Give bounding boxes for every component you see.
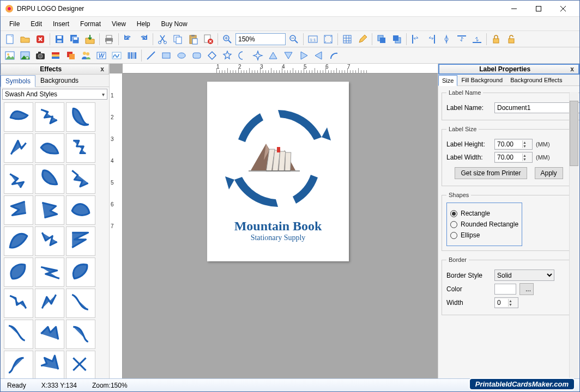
symbol-item[interactable] bbox=[66, 102, 95, 132]
menu-format[interactable]: Format bbox=[75, 18, 106, 30]
save-button[interactable] bbox=[52, 32, 67, 46]
insert-picture-button[interactable] bbox=[18, 48, 32, 63]
arc-tool-button[interactable] bbox=[327, 48, 341, 63]
tab-size[interactable]: Size bbox=[438, 75, 457, 86]
redo-button[interactable] bbox=[136, 32, 150, 46]
menu-buy-now[interactable]: Buy Now bbox=[156, 18, 193, 30]
grid-button[interactable] bbox=[340, 32, 354, 46]
line-tool-button[interactable] bbox=[144, 48, 158, 63]
zoom-in-button[interactable] bbox=[220, 32, 234, 46]
symbol-item[interactable] bbox=[66, 320, 95, 349]
edit-tool-button[interactable] bbox=[355, 32, 370, 46]
symbol-item[interactable] bbox=[66, 351, 95, 378]
align-left-button[interactable] bbox=[409, 32, 423, 46]
diamond-tool-button[interactable] bbox=[205, 48, 219, 63]
border-width-input[interactable]: ▲▼ bbox=[494, 297, 518, 308]
print-button[interactable] bbox=[102, 32, 116, 46]
menu-view[interactable]: View bbox=[106, 18, 131, 30]
symbol-item[interactable] bbox=[66, 289, 95, 318]
symbol-item[interactable] bbox=[4, 164, 33, 194]
symbol-item[interactable] bbox=[4, 289, 33, 318]
actual-size-button[interactable]: 1:1 bbox=[306, 32, 320, 46]
symbol-item[interactable] bbox=[35, 195, 64, 225]
symbol-item[interactable] bbox=[35, 102, 64, 132]
symbol-item[interactable] bbox=[66, 164, 95, 194]
symbol-item[interactable] bbox=[4, 195, 33, 225]
shape-rounded-rect-radio[interactable]: Rounded Rectangle bbox=[450, 220, 518, 228]
properties-close-icon[interactable]: x bbox=[568, 65, 576, 73]
symbol-item[interactable] bbox=[35, 133, 64, 163]
menu-help[interactable]: Help bbox=[131, 18, 156, 30]
symbol-item[interactable] bbox=[4, 320, 33, 349]
symbol-item[interactable] bbox=[66, 195, 95, 225]
symbol-item[interactable] bbox=[35, 164, 64, 194]
label-name-input[interactable] bbox=[494, 102, 579, 113]
effects-close-icon[interactable]: x bbox=[98, 65, 106, 73]
align-top-button[interactable] bbox=[455, 32, 469, 46]
zoom-out-button[interactable] bbox=[287, 32, 301, 46]
symbol-category-select[interactable]: Swash And Styles ▾ bbox=[2, 89, 107, 100]
menu-file[interactable]: File bbox=[4, 18, 25, 30]
tab-fill-background[interactable]: Fill Background bbox=[457, 75, 506, 85]
triangle-right-tool-button[interactable] bbox=[297, 48, 311, 63]
align-right-button[interactable] bbox=[424, 32, 438, 46]
cut-button[interactable] bbox=[155, 32, 170, 46]
fit-window-button[interactable] bbox=[321, 32, 335, 46]
label-width-input[interactable]: ▲▼ bbox=[494, 152, 533, 163]
symbol-item[interactable] bbox=[4, 351, 33, 378]
ellipse-tool-button[interactable] bbox=[174, 48, 189, 63]
color-palette-button[interactable] bbox=[49, 48, 63, 63]
barcode-button[interactable] bbox=[125, 48, 139, 63]
symbol-item[interactable] bbox=[4, 133, 33, 163]
delete-button[interactable] bbox=[33, 32, 47, 46]
symbol-item[interactable] bbox=[35, 320, 64, 349]
triangle-left-tool-button[interactable] bbox=[312, 48, 326, 63]
rounded-rect-tool-button[interactable] bbox=[190, 48, 204, 63]
star-tool-button[interactable] bbox=[220, 48, 234, 63]
design-page[interactable]: Mountain Book Stationary Supply bbox=[207, 82, 349, 261]
border-color-picker-button[interactable]: ... bbox=[519, 283, 534, 295]
get-size-button[interactable]: Get size from Printer bbox=[455, 167, 527, 179]
rectangle-tool-button[interactable] bbox=[159, 48, 173, 63]
word-art-button[interactable]: W bbox=[94, 48, 108, 63]
triangle-up-tool-button[interactable] bbox=[266, 48, 280, 63]
bring-front-button[interactable] bbox=[374, 32, 389, 46]
shape-rectangle-radio[interactable]: Rectangle bbox=[450, 210, 518, 217]
menu-edit[interactable]: Edit bbox=[25, 18, 47, 30]
shape-ellipse-radio[interactable]: Ellipse bbox=[450, 231, 518, 239]
canvas-stage[interactable]: Mountain Book Stationary Supply bbox=[123, 74, 438, 378]
align-center-button[interactable] bbox=[439, 32, 454, 46]
symbol-item[interactable] bbox=[4, 102, 33, 132]
tab-background-effects[interactable]: Background Effects bbox=[506, 75, 566, 85]
copy-button[interactable] bbox=[171, 32, 185, 46]
border-color-swatch[interactable] bbox=[494, 284, 516, 295]
send-back-button[interactable] bbox=[390, 32, 404, 46]
symbol-item[interactable] bbox=[66, 133, 95, 163]
open-button[interactable] bbox=[18, 32, 32, 46]
remove-button[interactable] bbox=[201, 32, 215, 46]
label-height-input[interactable]: ▲▼ bbox=[494, 139, 533, 150]
lock-button[interactable] bbox=[489, 32, 503, 46]
save-as-button[interactable] bbox=[68, 32, 82, 46]
symbol-item[interactable] bbox=[66, 258, 95, 287]
tab-symbols[interactable]: Symbols bbox=[1, 75, 35, 87]
unlock-button[interactable] bbox=[504, 32, 518, 46]
minimize-button[interactable] bbox=[502, 1, 526, 16]
symbol-item[interactable] bbox=[35, 351, 64, 378]
tab-backgrounds[interactable]: Backgrounds bbox=[35, 75, 83, 87]
half-moon-tool-button[interactable] bbox=[235, 48, 250, 63]
people-button[interactable] bbox=[79, 48, 93, 63]
effects-scrollbar[interactable] bbox=[569, 92, 578, 378]
symbol-item[interactable] bbox=[35, 289, 64, 318]
export-button[interactable] bbox=[83, 32, 97, 46]
menu-insert[interactable]: Insert bbox=[47, 18, 75, 30]
symbol-item[interactable] bbox=[4, 226, 33, 256]
symbol-item[interactable] bbox=[4, 258, 33, 287]
undo-button[interactable] bbox=[121, 32, 135, 46]
star4-tool-button[interactable] bbox=[251, 48, 265, 63]
paste-button[interactable] bbox=[186, 32, 200, 46]
symbol-item[interactable] bbox=[35, 226, 64, 256]
symbol-item[interactable] bbox=[35, 258, 64, 287]
apply-button[interactable]: Apply bbox=[535, 167, 563, 179]
symbol-item[interactable] bbox=[66, 226, 95, 256]
